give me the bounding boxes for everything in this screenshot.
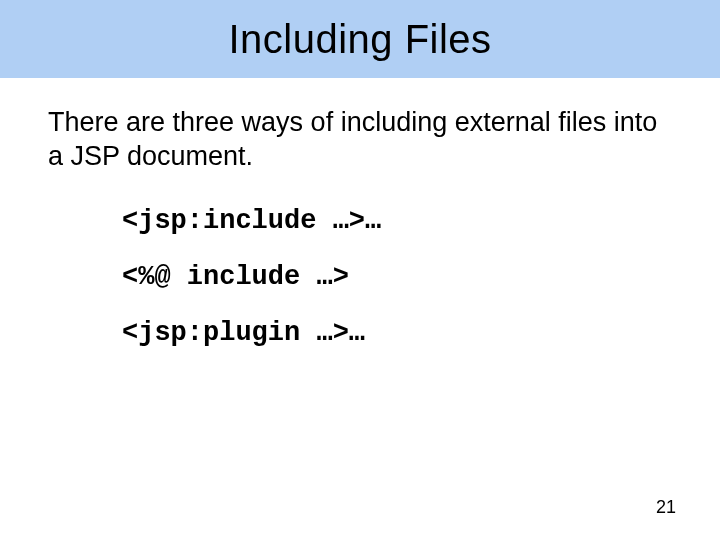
title-bar: Including Files bbox=[0, 0, 720, 78]
slide-title: Including Files bbox=[228, 17, 491, 62]
slide: Including Files There are three ways of … bbox=[0, 0, 720, 540]
slide-body: There are three ways of including extern… bbox=[0, 78, 720, 348]
code-list: <jsp:include …>… <%@ include …> <jsp:plu… bbox=[48, 206, 672, 348]
page-number: 21 bbox=[656, 497, 676, 518]
code-line-directive-include: <%@ include …> bbox=[122, 262, 672, 292]
code-line-jsp-include: <jsp:include …>… bbox=[122, 206, 672, 236]
code-line-jsp-plugin: <jsp:plugin …>… bbox=[122, 318, 672, 348]
intro-text: There are three ways of including extern… bbox=[48, 106, 672, 174]
